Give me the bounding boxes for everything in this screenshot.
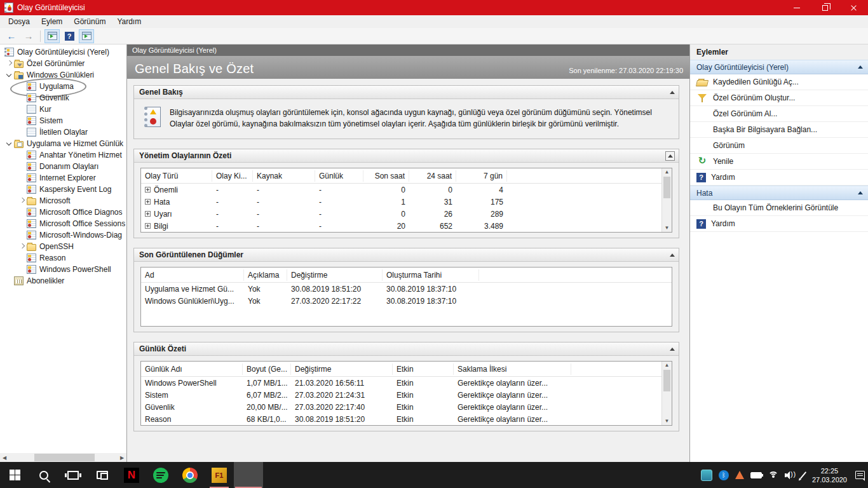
action-item[interactable]: Özel Görünüm Oluştur...	[690, 90, 868, 106]
action-item[interactable]: ? Yardım	[690, 216, 868, 232]
scroll-up-icon[interactable]: ▲	[665, 169, 670, 175]
tree-item[interactable]: Microsoft	[0, 195, 126, 207]
show-console-tree-icon[interactable]	[44, 29, 60, 43]
taskbar-app-icon[interactable]	[146, 462, 175, 488]
actions-group-header-hata[interactable]: Hata	[690, 186, 868, 200]
col-olay-kimligi[interactable]: Olay Ki...	[212, 170, 253, 182]
action-item[interactable]: Kaydedilen Günlüğü Aç...	[690, 74, 868, 90]
tray-icon[interactable]	[765, 462, 782, 488]
tree-item[interactable]: Uygulama ve Hizmet Günlük	[0, 138, 126, 149]
tray-icon[interactable]	[732, 462, 747, 488]
tree-item[interactable]: Sistem	[0, 115, 126, 126]
forward-arrow-icon[interactable]: →	[21, 29, 36, 43]
tree-expander-icon[interactable]	[18, 116, 27, 125]
action-item[interactable]: ↻ Yenile	[690, 154, 868, 170]
col-degistirme[interactable]: Değiştirme	[287, 269, 383, 281]
overview-section-header[interactable]: Genel Bakış	[134, 86, 679, 99]
tree-item[interactable]: İletilen Olaylar	[0, 126, 126, 138]
action-item[interactable]: Görünüm	[690, 138, 868, 154]
scroll-up-icon[interactable]: ▲	[665, 362, 670, 369]
collapse-caret-icon[interactable]	[858, 65, 863, 69]
taskbar-app-icon[interactable]	[175, 462, 205, 488]
tree-expander-icon[interactable]	[18, 128, 27, 137]
tree-expander-icon[interactable]	[18, 93, 27, 102]
tray-icon[interactable]	[799, 462, 807, 488]
tray-icon[interactable]	[747, 462, 765, 488]
minimize-button[interactable]	[782, 0, 811, 15]
tree-item[interactable]: Windows Günlükleri	[0, 69, 126, 81]
action-item[interactable]: ? Yardım	[690, 170, 868, 186]
action-item[interactable]: Özel Görünüm Al...	[690, 106, 868, 122]
col-7-gun[interactable]: 7 gün	[456, 170, 507, 182]
col-kaynak[interactable]: Kaynak	[253, 170, 315, 182]
tree-item[interactable]: Anahtar Yönetim Hizmet	[0, 149, 126, 161]
menu-item[interactable]: Eylem	[36, 16, 68, 27]
taskbar-app-icon[interactable]: N	[117, 462, 146, 488]
tree-item[interactable]: Abonelikler	[0, 275, 126, 287]
menu-item[interactable]: Görünüm	[68, 16, 111, 27]
scroll-right-icon[interactable]: ▶	[118, 455, 126, 461]
tree-expander-icon[interactable]	[18, 162, 27, 171]
table-row[interactable]: Reason 68 KB/1,0... 30.08.2019 18:51:20 …	[141, 413, 661, 425]
table-row[interactable]: Windows Günlükleri\Uyg... Yok 27.03.2020…	[141, 295, 672, 307]
col-etkin[interactable]: Etkin	[393, 363, 454, 375]
tree-item[interactable]: Kaspersky Event Log	[0, 184, 126, 195]
tree-item[interactable]: Microsoft Office Diagnos	[0, 207, 126, 218]
tree-item[interactable]: Windows PowerShell	[0, 264, 126, 275]
table-row[interactable]: Uyarı - - - 0 26 289	[141, 208, 661, 220]
tree-expander-icon[interactable]	[18, 242, 27, 251]
tree-expander-icon[interactable]	[18, 82, 27, 91]
tree-item[interactable]: Kur	[0, 104, 126, 115]
scrollbar-thumb[interactable]	[663, 177, 670, 198]
tree-item[interactable]: Donanım Olayları	[0, 161, 126, 172]
col-aciklama[interactable]: Açıklama	[244, 269, 287, 281]
tray-icon[interactable]	[698, 462, 715, 488]
table-row[interactable]: Hata - - - 1 31 175	[141, 196, 661, 208]
tree-expander-icon[interactable]	[18, 185, 27, 194]
taskbar-app-icon[interactable]	[29, 462, 58, 488]
scrollbar-thumb[interactable]	[34, 454, 95, 461]
vertical-scrollbar[interactable]: ▲ ▼	[661, 362, 672, 425]
collapse-caret-button[interactable]	[665, 151, 675, 161]
tree-item[interactable]: Internet Explorer	[0, 172, 126, 184]
tree-expander-icon[interactable]	[18, 196, 27, 205]
table-row[interactable]: Uygulama ve Hizmet Gü... Yok 30.08.2019 …	[141, 283, 672, 295]
table-row[interactable]: Windows PowerShell 1,07 MB/1... 21.03.20…	[141, 377, 661, 389]
col-saklama[interactable]: Saklama İlkesi	[454, 363, 571, 375]
tree-item[interactable]: Reason	[0, 252, 126, 264]
back-arrow-icon[interactable]: ←	[4, 29, 19, 43]
scroll-down-icon[interactable]: ▼	[665, 225, 670, 231]
taskbar-app-icon[interactable]: F1	[205, 462, 234, 488]
scrollbar-thumb[interactable]	[663, 370, 670, 391]
table-row[interactable]: Güvenlik 20,00 MB/... 27.03.2020 22:17:4…	[141, 401, 661, 413]
col-degistirme[interactable]: Değiştirme	[291, 363, 393, 375]
action-center-icon[interactable]	[852, 462, 868, 488]
menu-item[interactable]: Yardım	[111, 16, 147, 27]
tree-expander-icon[interactable]	[18, 173, 27, 182]
tree-expander-icon[interactable]	[5, 71, 14, 79]
tray-icon[interactable]	[782, 462, 799, 488]
col-gunluk-adi[interactable]: Günlük Adı	[141, 363, 243, 375]
help-icon[interactable]: ?	[62, 29, 77, 43]
collapse-caret-icon[interactable]	[670, 348, 675, 351]
table-row[interactable]: Önemli - - - 0 0 4	[141, 184, 661, 196]
close-button[interactable]	[839, 0, 868, 15]
tree-expander-icon[interactable]	[18, 231, 27, 240]
collapse-caret-icon[interactable]	[670, 254, 675, 257]
tree-expander-icon[interactable]	[18, 105, 27, 114]
tree-expander-icon[interactable]	[18, 265, 27, 274]
expand-plus-icon[interactable]	[145, 199, 151, 205]
taskbar-clock[interactable]: 22:25 27.03.2020	[807, 462, 852, 488]
tree-item[interactable]: Uygulama	[0, 81, 126, 92]
tree-horizontal-scrollbar[interactable]: ◀ ▶	[0, 453, 126, 462]
tree-expander-icon[interactable]	[5, 59, 14, 68]
vertical-scrollbar[interactable]: ▲ ▼	[661, 168, 672, 232]
table-row[interactable]: Bilgi - - - 20 652 3.489	[141, 220, 661, 232]
scroll-left-icon[interactable]: ◀	[0, 455, 9, 461]
taskbar-app-icon[interactable]	[88, 462, 117, 488]
col-olusturma[interactable]: Oluşturma Tarihi	[383, 269, 479, 281]
col-gunluk[interactable]: Günlük	[315, 170, 363, 182]
show-action-pane-icon[interactable]	[79, 29, 94, 43]
collapse-caret-icon[interactable]	[858, 191, 863, 194]
tree-expander-icon[interactable]	[18, 208, 27, 217]
